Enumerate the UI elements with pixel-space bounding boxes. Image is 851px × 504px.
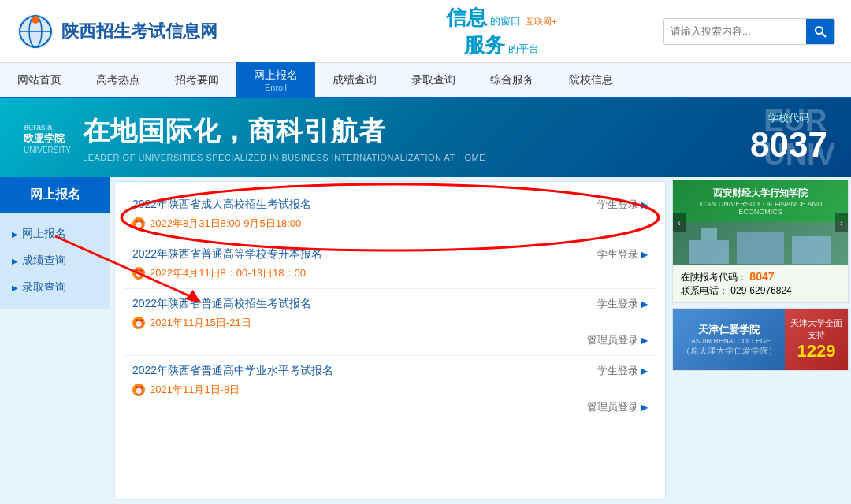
nav-item-home[interactable]: 网站首页 [0,62,79,98]
enrollment-item-1: 2022年陕西省成人高校招生考试报名 学生登录 ▶ ⏰ 2022年8月31日8:… [123,190,657,239]
admin-login-btn-3[interactable]: 管理员登录 ▶ [587,333,648,347]
enrollment-time-2: ⏰ 2022年4月11日8：00-13日18：00 [132,266,648,280]
slogan-badge: 互联网+ [526,16,556,28]
search-area [663,18,835,45]
arrow-icon-3: ▶ [12,284,18,292]
ad-2-school-name: 天津仁爱学院 [698,323,760,337]
student-login-btn-3[interactable]: 学生登录 ▶ [597,297,648,311]
enrollment-title-3[interactable]: 2022年陕西省普通高校招生考试报名 [132,297,311,311]
arrow-right-icon-2: ▶ [641,249,648,260]
sidebar-item-enroll[interactable]: ▶ 网上报名 [0,220,110,247]
banner-school-badge: eurasia 欧亚学院 UNIVERSITY [24,122,71,154]
logo-area: 陕西招生考试信息网 [16,12,340,51]
nav-item-admit[interactable]: 录取查询 [394,62,473,98]
ad-1-prev-btn[interactable]: ‹ [673,213,686,232]
building-svg [682,224,839,264]
enrollment-time-1: ⏰ 2022年8月31日8:00-9月5日18:00 [132,217,648,231]
ad-1-phone-line: 联系电话： 029-62976824 [681,284,840,298]
sidebar-label-enroll: 网上报名 [22,227,66,241]
ad-1-header: 西安财经大学行知学院 XI'AN UNIVERSITY OF FINANCE A… [673,180,848,222]
enrollment-actions-4: 学生登录 ▶ [597,364,648,378]
enrollment-title-4[interactable]: 2022年陕西省普通高中学业水平考试报名 [132,364,333,378]
header: 陕西招生考试信息网 信息 的窗口 互联网+ 服务 的平台 [0,0,851,63]
right-sidebar: 西安财经大学行知学院 XI'AN UNIVERSITY OF FINANCE A… [670,177,851,504]
banner-main-text: 在地国际化，商科引航者 [83,113,727,150]
sidebar-label-admit: 录取查询 [22,280,66,295]
search-icon [814,25,827,38]
nav-item-news[interactable]: 招考要闻 [158,62,236,98]
sidebar-item-admit[interactable]: ▶ 录取查询 [0,274,110,301]
nav-item-scores[interactable]: 成绩查询 [315,62,394,98]
ad-1-code: 8047 [749,270,774,283]
slogan-de2: 的平台 [508,42,539,56]
ad-1-footer: 在陕报考代码： 8047 联系电话： 029-62976824 [673,265,848,302]
sidebar-item-scores[interactable]: ▶ 成绩查询 [0,247,110,274]
banner-sub-text: LEADER OF UNIVERSITIES SPECIALIZED IN BU… [83,153,727,162]
clock-icon-1: ⏰ [132,217,145,230]
svg-line-5 [822,33,826,37]
slogan-area: 信息 的窗口 互联网+ 服务 的平台 [340,4,663,59]
svg-rect-7 [689,240,729,264]
enrollment-actions-1: 学生登录 ▶ [597,198,648,212]
ad-2-right: 天津大学全面支持 1229 [785,309,848,370]
logo-text: 陕西招生考试信息网 [61,20,217,43]
enrollment-top-3: 2022年陕西省普通高校招生考试报名 学生登录 ▶ [132,297,648,311]
svg-rect-9 [792,236,831,264]
enrollment-top-4: 2022年陕西省普通高中学业水平考试报名 学生登录 ▶ [132,364,648,378]
nav-enroll-label: 网上报名 [254,69,298,83]
arrow-right-icon-3: ▶ [641,298,648,309]
nav-item-enroll[interactable]: 网上报名 Enroll [236,62,315,98]
clock-icon-2: ⏰ [132,267,145,280]
admin-arrow-icon-4: ▶ [641,402,648,413]
ad-2-left: 天津仁爱学院 TANJIN RENAI COLLEGE （原天津大学仁爱学院） [673,309,785,370]
search-button[interactable] [806,19,834,44]
nav-item-services[interactable]: 综合服务 [473,62,552,98]
enrollment-item-4: 2022年陕西省普通高中学业水平考试报名 学生登录 ▶ ⏰ 2021年11月1日… [123,356,657,422]
arrow-right-icon-4: ▶ [641,365,648,376]
clock-icon-3: ⏰ [132,317,145,329]
enrollment-title-2[interactable]: 2022年陕西省普通高等学校专升本报名 [132,247,322,261]
banner: eurasia 欧亚学院 UNIVERSITY 在地国际化，商科引航者 LEAD… [0,98,851,177]
enrollment-actions-2: 学生登录 ▶ [597,247,648,261]
slogan-de1: 的窗口 [490,14,521,28]
ad-1-school-name-en: XI'AN UNIVERSITY OF FINANCE AND ECONOMIC… [681,200,840,216]
sidebar-items: ▶ 网上报名 ▶ 成绩查询 ▶ 录取查询 [0,213,110,309]
ad-card-1: 西安财经大学行知学院 XI'AN UNIVERSITY OF FINANCE A… [672,180,849,303]
student-login-btn-1[interactable]: 学生登录 ▶ [597,198,648,212]
ad-2-code: 1229 [797,341,836,361]
main-content: 网上报名 ▶ 网上报名 ▶ 成绩查询 ▶ 录取查询 2022年陕西省成人高校招生… [0,177,851,504]
sidebar-title: 网上报名 [0,177,110,213]
student-login-btn-4[interactable]: 学生登录 ▶ [597,364,648,378]
student-login-btn-2[interactable]: 学生登录 ▶ [597,247,648,261]
admin-arrow-icon-3: ▶ [641,335,648,346]
arrow-icon-1: ▶ [12,230,18,239]
nav-item-gaokao[interactable]: 高考热点 [79,62,158,98]
nav-item-schools[interactable]: 院校信息 [552,62,630,98]
slogan-word2: 服务 [464,32,505,59]
nav: 网站首页 高考热点 招考要闻 网上报名 Enroll 成绩查询 录取查询 综合服… [0,63,851,98]
sidebar-label-scores: 成绩查询 [22,254,66,268]
admin-login-btn-4[interactable]: 管理员登录 ▶ [587,400,648,414]
ad-2-school-en: TANJIN RENAI COLLEGE [687,337,771,345]
svg-rect-10 [701,228,717,240]
enrollment-actions-3: 学生登录 ▶ [597,297,648,311]
enrollment-time-4: ⏰ 2021年11月1日-8日 [132,383,648,397]
enrollment-top-1: 2022年陕西省成人高校招生考试报名 学生登录 ▶ [132,198,648,212]
banner-main: 在地国际化，商科引航者 LEADER OF UNIVERSITIES SPECI… [83,113,727,162]
sidebar: 网上报名 ▶ 网上报名 ▶ 成绩查询 ▶ 录取查询 [0,177,110,504]
enrollment-top-2: 2022年陕西省普通高等学校专升本报名 学生登录 ▶ [132,247,648,261]
ad-1-building-img [673,222,848,265]
ad-1-next-btn[interactable]: › [835,213,848,232]
search-input[interactable] [664,19,806,44]
enrollment-time-3: ⏰ 2021年11月15日-21日 [132,316,648,330]
nav-enroll-sub: Enroll [265,83,287,92]
svg-rect-8 [737,232,784,264]
admin-login-area-4: 管理员登录 ▶ [132,400,648,414]
arrow-right-icon-1: ▶ [641,199,648,210]
ad-2-sub-name: （原天津大学仁爱学院） [682,345,777,357]
enrollment-title-1[interactable]: 2022年陕西省成人高校招生考试报名 [132,198,311,212]
slogan-word1: 信息 [446,4,487,32]
center-content: 2022年陕西省成人高校招生考试报名 学生登录 ▶ ⏰ 2022年8月31日8:… [114,181,666,500]
ad-card-1-image: 西安财经大学行知学院 XI'AN UNIVERSITY OF FINANCE A… [673,180,848,265]
ad-1-school-name: 西安财经大学行知学院 [681,187,840,200]
